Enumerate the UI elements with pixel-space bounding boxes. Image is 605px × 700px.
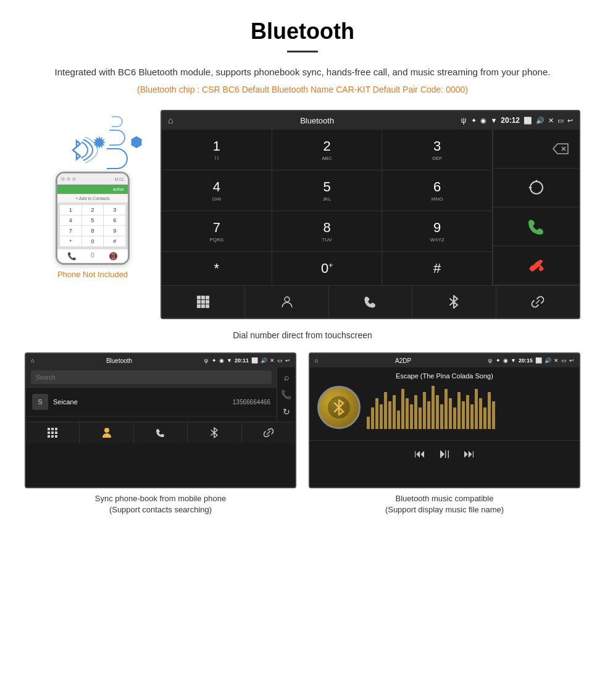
dialpad-row-4: * 0+ # xyxy=(162,252,493,285)
music-vol-icon[interactable]: 🔊 xyxy=(544,357,551,364)
visualizer-bar xyxy=(436,395,439,429)
call-icon xyxy=(527,217,546,236)
dialpad-key-5[interactable]: 5 JKL xyxy=(272,170,383,210)
pb-cam-icon[interactable]: ⬜ xyxy=(251,357,258,364)
dialpad-key-6[interactable]: 6 MNO xyxy=(382,170,493,210)
pb-back-icon[interactable]: ↩ xyxy=(285,357,290,364)
back-icon[interactable]: ↩ xyxy=(567,117,573,125)
phone-key-4[interactable]: 4 xyxy=(60,215,81,225)
pb-avatar: S xyxy=(32,394,48,410)
pb-content-area: S Seicane 13566664466 ⌕ 📞 ↻ xyxy=(26,367,295,422)
visualizer-bar xyxy=(492,401,495,429)
dialpad-key-2[interactable]: 2 ABC xyxy=(272,130,383,170)
main-content: ✹ ⬢ xyxy=(25,110,580,319)
svg-rect-10 xyxy=(206,300,209,304)
dialpad-link-btn[interactable] xyxy=(496,286,579,318)
phone-key-3[interactable]: 3 xyxy=(104,205,125,215)
dialpad-grid-btn[interactable] xyxy=(162,286,245,318)
pb-vol-icon[interactable]: 🔊 xyxy=(261,357,267,364)
pb-scr-icon[interactable]: ▭ xyxy=(277,357,283,364)
phone-key-1[interactable]: 1 xyxy=(60,205,81,215)
pb-bt-btn[interactable] xyxy=(188,422,241,443)
music-note-icon xyxy=(327,395,351,420)
music-screen: ⌂ A2DP ψ ✦ ◉ ▼ 20:15 ⬜ 🔊 ✕ ▭ ↩ xyxy=(309,352,580,488)
phone-key-8[interactable]: 8 xyxy=(82,226,104,236)
pb-gps-icon: ◉ xyxy=(219,357,224,364)
x-icon[interactable]: ✕ xyxy=(548,117,554,125)
hangup-button[interactable] xyxy=(493,246,579,285)
person-icon xyxy=(280,295,294,309)
phone-zero-btn[interactable]: 0 xyxy=(91,252,94,260)
backspace-button[interactable] xyxy=(551,143,570,155)
visualizer-bar xyxy=(423,392,426,429)
phone-dot-1 xyxy=(61,177,65,181)
bluetooth-specs: (Bluetooth chip : CSR BC6 Default Blueto… xyxy=(25,85,580,94)
phone-key-0[interactable]: 0 xyxy=(82,236,104,246)
phone-top-bar: M:01 xyxy=(57,173,128,185)
pb-home-icon[interactable]: ⌂ xyxy=(31,357,34,364)
phone-call-bar: active xyxy=(57,185,128,194)
phone-key-5[interactable]: 5 xyxy=(82,215,104,225)
phone-contacts-btn[interactable]: + Add to Contacts xyxy=(57,194,128,202)
pb-person-btn[interactable] xyxy=(80,422,133,443)
dialpad-key-7[interactable]: 7 PQRS xyxy=(162,211,272,251)
phone-key-7[interactable]: 7 xyxy=(60,226,81,236)
phone-dot-3 xyxy=(72,177,76,181)
music-content: Escape (The Pina Colada Song) xyxy=(310,367,579,434)
dialpad-key-hash[interactable]: # xyxy=(382,252,493,285)
pb-signal-icon: ▼ xyxy=(227,357,232,364)
volume-icon[interactable]: 🔊 xyxy=(536,117,544,125)
pb-search-input[interactable] xyxy=(31,370,272,384)
pb-side-sync-icon[interactable]: ↻ xyxy=(283,407,290,417)
music-back-icon[interactable]: ↩ xyxy=(569,357,574,364)
phone-key-6[interactable]: 6 xyxy=(104,215,125,225)
screen-icon[interactable]: ▭ xyxy=(557,117,564,125)
music-song-title: Escape (The Pina Colada Song) xyxy=(317,372,572,380)
phone-section: ✹ ⬢ xyxy=(25,110,161,319)
dialpad-phone-btn[interactable] xyxy=(329,286,412,318)
page-title: Bluetooth xyxy=(25,19,580,44)
sync-button[interactable] xyxy=(493,169,579,207)
camera-icon[interactable]: ⬜ xyxy=(524,117,532,125)
dialpad-key-1[interactable]: 1 ⌇⌇ xyxy=(162,130,272,170)
music-cam-icon[interactable]: ⬜ xyxy=(535,357,542,364)
svg-rect-21 xyxy=(48,435,50,438)
pb-phone-btn[interactable] xyxy=(134,422,188,443)
pb-grid-btn[interactable] xyxy=(26,422,80,443)
music-scr-icon[interactable]: ▭ xyxy=(561,357,567,364)
pb-side-call-icon[interactable]: 📞 xyxy=(281,390,291,399)
sync-icon xyxy=(528,179,545,196)
dialpad-contacts-btn[interactable] xyxy=(245,286,328,318)
dialpad-key-4[interactable]: 4 GHI xyxy=(162,170,272,210)
call-button[interactable] xyxy=(493,207,579,246)
dialpad-key-0[interactable]: 0+ xyxy=(272,252,383,285)
prev-track-btn[interactable]: ⏮ xyxy=(414,448,425,460)
music-gps-icon: ◉ xyxy=(503,357,508,364)
visualizer-bar xyxy=(384,392,387,429)
svg-rect-19 xyxy=(51,431,54,434)
dialpad-bt-btn[interactable] xyxy=(412,286,496,318)
phone-key-hash[interactable]: # xyxy=(104,236,125,246)
dialpad-key-9[interactable]: 9 WXYZ xyxy=(382,211,493,251)
phone-hangup-btn[interactable]: 📵 xyxy=(109,252,118,260)
next-track-btn[interactable]: ⏭ xyxy=(464,448,475,460)
dialpad-key-8[interactable]: 8 TUV xyxy=(272,211,383,251)
pb-x-icon[interactable]: ✕ xyxy=(270,357,275,364)
phone-key-star[interactable]: * xyxy=(60,236,81,246)
pb-bt-icon xyxy=(210,427,219,438)
phone-call-btn[interactable]: 📞 xyxy=(67,252,77,260)
play-pause-btn[interactable]: ⏯ xyxy=(438,446,451,462)
dialpad-key-3[interactable]: 3 DEF xyxy=(382,130,493,170)
visualizer-bar xyxy=(488,392,491,429)
phone-key-9[interactable]: 9 xyxy=(104,226,125,236)
hangup-icon xyxy=(527,256,546,275)
visualizer-bar xyxy=(449,398,452,429)
phone-key-2[interactable]: 2 xyxy=(82,205,104,215)
music-x-icon[interactable]: ✕ xyxy=(554,357,559,364)
home-icon[interactable]: ⌂ xyxy=(168,115,173,125)
pb-contact-name: Seicane xyxy=(53,398,233,406)
music-home-icon[interactable]: ⌂ xyxy=(315,357,318,364)
pb-side-search-icon[interactable]: ⌕ xyxy=(284,372,289,382)
dialpad-key-star[interactable]: * xyxy=(162,252,272,285)
pb-link-btn[interactable] xyxy=(242,422,295,443)
